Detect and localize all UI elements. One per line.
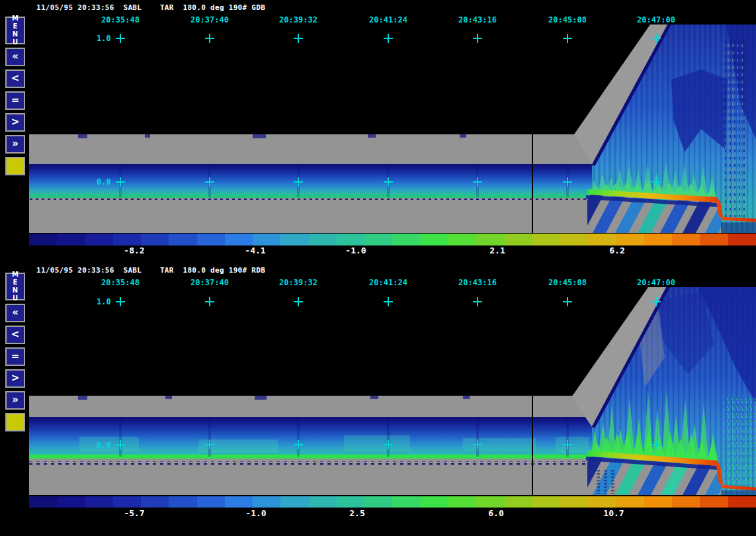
altitude-cross [205, 34, 214, 43]
colorbar-tick: -5.7 [124, 508, 144, 518]
altitude-cross [651, 297, 661, 306]
surface-green-line [29, 455, 593, 459]
altitude-cross [116, 297, 125, 306]
step-forward-button[interactable]: > [5, 369, 25, 388]
colorbar-tick: 2.1 [489, 246, 505, 255]
color-swatch-button[interactable] [5, 413, 25, 431]
altitude-cross [116, 177, 125, 187]
time-cursor[interactable] [532, 134, 533, 233]
altitude-cross [205, 177, 214, 187]
sidebar: MENU « < = > » [5, 273, 25, 431]
speckle-column [724, 396, 756, 491]
altitude-cross [563, 440, 572, 449]
speckle-column [724, 40, 745, 217]
pause-button[interactable]: = [5, 347, 25, 366]
altitude-cross [563, 34, 572, 43]
altitude-cross [116, 34, 125, 43]
menu-button[interactable]: MENU [5, 273, 25, 300]
altitude-cross [294, 297, 303, 306]
fast-rewind-button[interactable]: « [5, 304, 25, 322]
aerosol-band [29, 164, 593, 197]
altitude-label-lower: 0.0 [97, 441, 111, 450]
backscatter-image-rdb[interactable] [29, 275, 756, 495]
altitude-cross [205, 440, 214, 449]
colorbar-tick: 6.0 [488, 508, 503, 518]
time-label: 20:43:16 [446, 278, 509, 287]
menu-button[interactable]: MENU [5, 17, 25, 44]
time-label: 20:37:40 [178, 278, 241, 287]
colorbar [29, 234, 756, 246]
time-label: 20:41:24 [357, 15, 420, 24]
colorbar-tick: -4.1 [245, 246, 265, 255]
altitude-cross [473, 34, 482, 43]
altitude-cross [294, 440, 303, 449]
altitude-cross [384, 34, 393, 43]
backscatter-image-gdb[interactable] [29, 12, 756, 233]
time-label: 20:35:48 [89, 15, 152, 24]
altitude-cross [294, 34, 303, 43]
time-label: 20:45:08 [536, 278, 599, 287]
altitude-label-lower: 0.0 [97, 177, 111, 187]
panel-title: 11/05/95 20:33:56 SABL TAR 180.0 deg 190… [36, 3, 265, 12]
sabl-display: 11/05/95 20:33:56 SABL TAR 180.0 deg 190… [0, 0, 756, 536]
panel-title: 11/05/95 20:33:56 SABL TAR 180.0 deg 190… [36, 266, 265, 275]
altitude-label-upper: 1.0 [97, 297, 111, 306]
time-label: 20:37:40 [178, 15, 241, 24]
colorbar-tick: 10.7 [603, 508, 624, 518]
colorbar-tick: 2.5 [349, 508, 364, 518]
fast-forward-button[interactable]: » [5, 391, 25, 410]
time-label: 20:45:08 [536, 15, 599, 24]
step-back-button[interactable]: < [5, 69, 25, 88]
altitude-cross [473, 297, 482, 306]
colorbar-tick: -1.0 [345, 246, 366, 255]
step-forward-button[interactable]: > [5, 113, 25, 132]
altitude-cross [563, 177, 572, 187]
colorbar-tick: -8.2 [124, 246, 144, 255]
altitude-cross [651, 440, 661, 449]
colorbar-tick: 6.2 [609, 246, 624, 255]
altitude-cross [116, 440, 125, 449]
altitude-cross [473, 177, 482, 187]
colorbar [29, 496, 756, 508]
time-label: 20:41:24 [357, 278, 420, 287]
time-label: 20:43:16 [446, 15, 509, 24]
fast-forward-button[interactable]: » [5, 135, 25, 154]
time-label: 20:35:48 [89, 278, 152, 287]
altitude-cross [651, 34, 661, 43]
altitude-label-upper: 1.0 [97, 34, 111, 43]
time-label: 20:47:00 [624, 278, 688, 287]
altitude-cross [384, 297, 393, 306]
altitude-cross [563, 297, 572, 306]
step-back-button[interactable]: < [5, 326, 25, 344]
sidebar: MENU « < = > » [5, 17, 25, 175]
time-cursor[interactable] [532, 396, 533, 495]
altitude-cross [205, 297, 214, 306]
altitude-cross [384, 440, 393, 449]
altitude-cross [651, 177, 661, 187]
altitude-cross [294, 177, 303, 187]
fast-rewind-button[interactable]: « [5, 48, 25, 66]
time-label: 20:39:32 [267, 278, 330, 287]
altitude-cross [473, 440, 482, 449]
color-swatch-button[interactable] [5, 157, 25, 175]
altitude-cross [384, 177, 393, 187]
time-label: 20:47:00 [624, 15, 688, 24]
time-label: 20:39:32 [267, 15, 330, 24]
colorbar-tick: -1.0 [245, 508, 266, 518]
pause-button[interactable]: = [5, 91, 25, 110]
